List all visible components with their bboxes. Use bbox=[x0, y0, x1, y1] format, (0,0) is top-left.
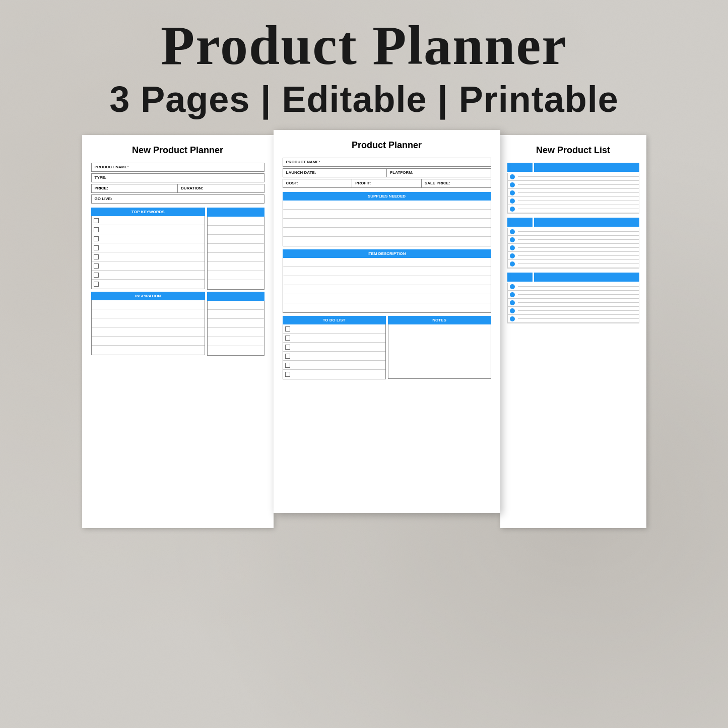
line-2-3 bbox=[518, 247, 639, 248]
keyword-item-5 bbox=[92, 252, 205, 261]
group1-item-2 bbox=[508, 181, 639, 189]
group2-header-row bbox=[507, 218, 639, 227]
todo-cb-4 bbox=[285, 354, 290, 359]
insp-line-1 bbox=[92, 300, 205, 309]
center-profit: PROFIT: bbox=[352, 179, 422, 187]
line-3-5 bbox=[518, 318, 639, 319]
side-line-2 bbox=[208, 226, 263, 235]
bullet-2-3 bbox=[510, 245, 515, 250]
todo-cb-5 bbox=[285, 363, 290, 368]
center-product-name: PRODUCT NAME: bbox=[283, 158, 491, 167]
page-content: Product Planner 3 Pages | Editable | Pri… bbox=[0, 0, 728, 728]
inspiration-main: INSPIRATION bbox=[91, 292, 206, 356]
main-title: Product Planner bbox=[109, 15, 619, 76]
notes-header: NOTES bbox=[388, 316, 491, 324]
bullet-3-3 bbox=[510, 300, 515, 305]
side-line-6 bbox=[208, 262, 263, 271]
keywords-side bbox=[207, 208, 264, 290]
insp-side-line-1 bbox=[208, 301, 263, 310]
checkbox-3 bbox=[94, 236, 99, 241]
group3-item-4 bbox=[508, 307, 639, 315]
keywords-section: TOP KEYWORDS bbox=[91, 208, 264, 290]
header: Product Planner 3 Pages | Editable | Pri… bbox=[109, 0, 619, 125]
keywords-list bbox=[91, 216, 206, 289]
group1-wide-header bbox=[534, 163, 639, 172]
center-sale-price: SALE PRICE: bbox=[422, 179, 491, 187]
checkbox-7 bbox=[94, 273, 99, 278]
checkbox-8 bbox=[94, 282, 99, 287]
inspiration-section: INSPIRATION bbox=[91, 292, 264, 356]
checkbox-4 bbox=[94, 245, 99, 250]
group2-small-header bbox=[507, 218, 533, 227]
side-line-4 bbox=[208, 244, 263, 253]
group2-wide-header bbox=[534, 218, 639, 227]
bullet-3-1 bbox=[510, 284, 515, 289]
todo-list bbox=[283, 324, 386, 379]
product-list-group-2 bbox=[507, 218, 639, 269]
group3-small-header bbox=[507, 273, 533, 282]
line-2-1 bbox=[518, 231, 639, 232]
left-document: New Product Planner PRODUCT NAME: TYPE: … bbox=[82, 135, 274, 528]
bullet-1-5 bbox=[510, 207, 515, 212]
insp-side-line-6 bbox=[208, 346, 263, 355]
insp-side-line-2 bbox=[208, 310, 263, 319]
checkbox-1 bbox=[94, 218, 99, 223]
todo-notes-section: TO DO LIST NOTES bbox=[283, 316, 491, 379]
supplies-lines bbox=[283, 201, 491, 246]
line-1-3 bbox=[518, 192, 639, 193]
center-cost: COST: bbox=[283, 179, 353, 187]
group1-item-1 bbox=[508, 173, 639, 181]
group1-items bbox=[507, 173, 639, 214]
inspiration-lines bbox=[91, 300, 206, 355]
supply-line-4 bbox=[283, 228, 491, 237]
insp-side-line-5 bbox=[208, 337, 263, 346]
group3-item-3 bbox=[508, 299, 639, 307]
left-doc-title: New Product Planner bbox=[91, 145, 264, 156]
bullet-3-2 bbox=[510, 292, 515, 297]
insp-line-4 bbox=[92, 327, 205, 337]
group1-item-5 bbox=[508, 205, 639, 213]
product-name-field: PRODUCT NAME: bbox=[91, 163, 264, 172]
group2-item-5 bbox=[508, 260, 639, 268]
supply-line-5 bbox=[283, 237, 491, 246]
price-field: PRICE: bbox=[92, 184, 178, 192]
description-lines bbox=[283, 258, 491, 313]
todo-item-2 bbox=[283, 334, 385, 343]
line-3-3 bbox=[518, 302, 639, 303]
keyword-item-4 bbox=[92, 243, 205, 252]
supplies-header: SUPPLIES NEEDED bbox=[283, 192, 491, 201]
line-1-4 bbox=[518, 201, 639, 201]
center-launch-platform: LAUNCH DATE: PLATFORM: bbox=[283, 168, 491, 177]
side-line-5 bbox=[208, 253, 263, 262]
inspiration-side bbox=[207, 292, 264, 356]
supply-line-1 bbox=[283, 201, 491, 210]
line-1-5 bbox=[518, 209, 639, 209]
keywords-main: TOP KEYWORDS bbox=[91, 208, 206, 290]
type-field: TYPE: bbox=[91, 173, 264, 182]
todo-item-3 bbox=[283, 343, 385, 352]
bullet-3-4 bbox=[510, 308, 515, 313]
desc-line-5 bbox=[283, 294, 491, 303]
documents-row: New Product Planner PRODUCT NAME: TYPE: … bbox=[82, 135, 646, 528]
desc-line-4 bbox=[283, 285, 491, 294]
group3-item-5 bbox=[508, 315, 639, 323]
insp-line-3 bbox=[92, 318, 205, 327]
center-document: Product Planner PRODUCT NAME: LAUNCH DAT… bbox=[274, 130, 500, 513]
checkbox-6 bbox=[94, 263, 99, 269]
line-2-5 bbox=[518, 263, 639, 264]
desc-line-3 bbox=[283, 276, 491, 285]
keyword-item-7 bbox=[92, 271, 205, 280]
right-doc-title: New Product List bbox=[507, 145, 639, 156]
price-duration-field: PRICE: DURATION: bbox=[91, 184, 264, 193]
description-header: ITEM DESCRIPTION bbox=[283, 249, 491, 258]
todo-cb-2 bbox=[285, 336, 290, 341]
notes-box bbox=[388, 324, 491, 379]
group1-item-3 bbox=[508, 189, 639, 197]
line-2-2 bbox=[518, 239, 639, 240]
desc-line-2 bbox=[283, 267, 491, 276]
group3-items bbox=[507, 283, 639, 323]
center-doc-title: Product Planner bbox=[283, 140, 491, 151]
center-launch-date: LAUNCH DATE: bbox=[283, 169, 387, 177]
group3-item-1 bbox=[508, 283, 639, 291]
keyword-item-8 bbox=[92, 280, 205, 289]
